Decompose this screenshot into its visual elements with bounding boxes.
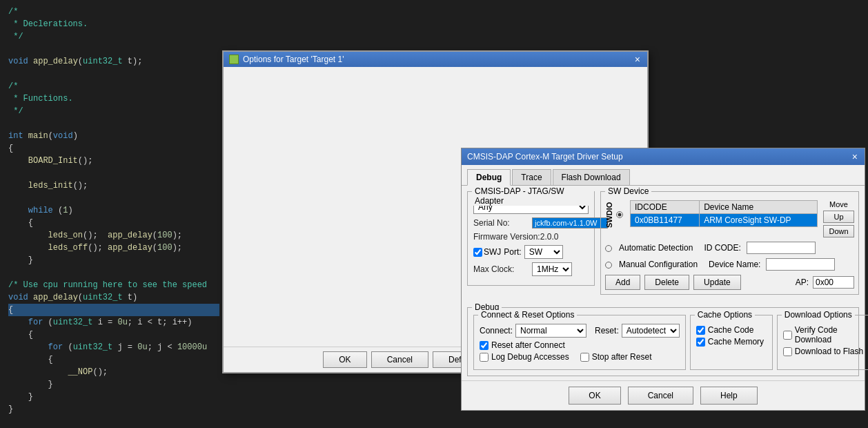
code-line: while (1) xyxy=(8,204,219,217)
log-debug-row: Log Debug Accesses xyxy=(480,352,569,362)
debug-section: Debug Connect & Reset Options Connect: N… xyxy=(462,307,865,380)
code-line: { xyxy=(8,217,219,229)
tab-debug[interactable]: Debug xyxy=(467,169,511,186)
code-line xyxy=(8,68,219,80)
outer-ok-button[interactable]: OK xyxy=(323,351,366,368)
swj-checkbox[interactable] xyxy=(473,248,482,257)
connect-dropdown[interactable]: Normal With Pre-reset Under Reset xyxy=(515,324,586,338)
code-line: /* Use cpu running here to see the speed xyxy=(8,279,219,291)
delete-button[interactable]: Delete xyxy=(644,275,689,290)
idcode-header: IDCODE xyxy=(631,201,700,214)
code-line: leds_init(); xyxy=(8,179,219,192)
code-line: { xyxy=(8,142,219,155)
code-line: /* xyxy=(8,80,219,93)
log-stop-row: Log Debug Accesses Stop after Reset xyxy=(480,352,680,364)
serial-no-row: Serial No: xyxy=(473,217,589,228)
help-button[interactable]: Help xyxy=(700,387,758,405)
connect-label: Connect: xyxy=(480,326,513,335)
device-table: IDCODE Device Name 0x0BB11477 ARM CoreSi… xyxy=(630,200,818,227)
code-line xyxy=(8,266,219,279)
device-name-label: Device Name: xyxy=(709,260,760,269)
jtag-sw-adapter-title: CMSIS-DAP - JTAG/SW Adapter xyxy=(472,186,594,206)
inner-dialog-titlebar: CMSIS-DAP Cortex-M Target Driver Setup × xyxy=(462,148,865,165)
outer-dialog: Options for Target 'Target 1' × CMSIS-DA… xyxy=(222,50,649,373)
port-label: Port: xyxy=(504,247,521,257)
manual-config-radio xyxy=(605,260,613,269)
stop-after-reset-checkbox[interactable] xyxy=(580,353,589,362)
port-dropdown[interactable]: SW JTAG xyxy=(524,245,563,259)
table-row[interactable]: 0x0BB11477 ARM CoreSight SW-DP xyxy=(631,214,818,227)
sw-device-group: SW Device SWDIO xyxy=(600,191,859,295)
code-line: * Functions. xyxy=(8,93,219,105)
code-line: { xyxy=(8,304,219,316)
right-panel: SW Device SWDIO xyxy=(600,191,859,299)
outer-cancel-button[interactable]: Cancel xyxy=(371,351,428,368)
code-line: * Declerations. xyxy=(8,18,219,30)
reset-after-connect-row: Reset after Connect xyxy=(480,340,680,350)
inner-dialog-close-button[interactable]: × xyxy=(851,151,859,162)
download-options-content: Verify Code Download Download to Flash xyxy=(783,325,867,356)
code-line: } xyxy=(8,403,219,416)
sw-device-content: SWDIO IDCODE Device Nam xyxy=(605,200,854,290)
cache-options-content: Cache Code Cache Memory xyxy=(696,325,767,347)
ok-button[interactable]: OK xyxy=(569,387,620,405)
manual-config-row: Manual Configuration Device Name: xyxy=(605,258,854,271)
serial-no-input[interactable] xyxy=(532,217,608,228)
update-button[interactable]: Update xyxy=(693,275,741,290)
download-options-title: Download Options xyxy=(782,310,855,320)
reset-after-connect-checkbox[interactable] xyxy=(480,341,489,350)
reset-after-connect-label: Reset after Connect xyxy=(491,340,565,350)
id-code-input[interactable] xyxy=(747,242,816,254)
swdio-table-wrap: SWDIO IDCODE Device Nam xyxy=(605,200,854,237)
cache-memory-checkbox[interactable] xyxy=(696,338,705,347)
code-line: */ xyxy=(8,105,219,117)
cancel-button[interactable]: Cancel xyxy=(628,387,693,405)
code-line xyxy=(8,192,219,204)
sw-device-title: SW Device xyxy=(605,186,651,196)
verify-code-checkbox[interactable] xyxy=(783,331,792,340)
reset-label: Reset: xyxy=(595,326,619,335)
connect-row: Connect: Normal With Pre-reset Under Res… xyxy=(480,324,680,338)
manual-config-radio-dot xyxy=(605,262,612,269)
stop-after-reset-row: Stop after Reset xyxy=(580,352,652,362)
firmware-row: Firmware Version: 2.0.0 xyxy=(473,232,589,242)
download-flash-checkbox[interactable] xyxy=(783,347,792,356)
debug-group: Debug Connect & Reset Options Connect: N… xyxy=(467,307,859,376)
code-editor: /* * Declerations. */ void app_delay(uin… xyxy=(0,0,228,428)
outer-dialog-title-left: Options for Target 'Target 1' xyxy=(229,55,344,64)
outer-dialog-close-button[interactable]: × xyxy=(633,55,642,64)
down-button[interactable]: Down xyxy=(823,225,854,237)
up-button[interactable]: Up xyxy=(823,211,854,223)
device-name-header: Device Name xyxy=(700,201,818,214)
move-label: Move xyxy=(823,200,854,208)
tab-trace[interactable]: Trace xyxy=(512,169,551,185)
device-name-input[interactable] xyxy=(766,258,835,271)
tab-bar: Debug Trace Flash Download xyxy=(462,165,865,186)
tab-flash-download[interactable]: Flash Download xyxy=(553,169,630,185)
auto-detect-radio xyxy=(605,243,613,253)
inner-dialog: CMSIS-DAP Cortex-M Target Driver Setup ×… xyxy=(461,148,865,411)
download-options-group: Download Options Verify Code Download Do… xyxy=(777,315,868,370)
code-line xyxy=(8,167,219,179)
log-debug-checkbox[interactable] xyxy=(480,353,489,362)
cache-options-title: Cache Options xyxy=(695,310,755,320)
code-line: __NOP(); xyxy=(8,366,219,378)
max-clock-dropdown[interactable]: 1MHz 2MHz 4MHz xyxy=(532,262,572,276)
cache-code-checkbox[interactable] xyxy=(696,326,705,335)
keil-icon xyxy=(229,55,239,64)
inner-dialog-title-text: CMSIS-DAP Cortex-M Target Driver Setup xyxy=(467,152,623,162)
code-line: leds_on(); app_delay(100); xyxy=(8,229,219,242)
code-line xyxy=(8,43,219,55)
idcode-cell: 0x0BB11477 xyxy=(631,214,700,227)
code-line: } xyxy=(8,254,219,266)
add-button[interactable]: Add xyxy=(605,275,640,290)
reset-dropdown[interactable]: Autodetect Software Hardware xyxy=(622,324,680,338)
max-clock-label: Max Clock: xyxy=(473,264,532,274)
ap-label: AP: xyxy=(796,278,809,287)
swdio-radio xyxy=(616,209,624,219)
swdio-radio-dot xyxy=(616,211,623,218)
ap-input[interactable] xyxy=(813,276,854,289)
cache-code-label: Cache Code xyxy=(708,325,754,335)
swj-label: SWJ xyxy=(484,247,501,257)
connect-reset-group: Connect & Reset Options Connect: Normal … xyxy=(473,315,686,370)
